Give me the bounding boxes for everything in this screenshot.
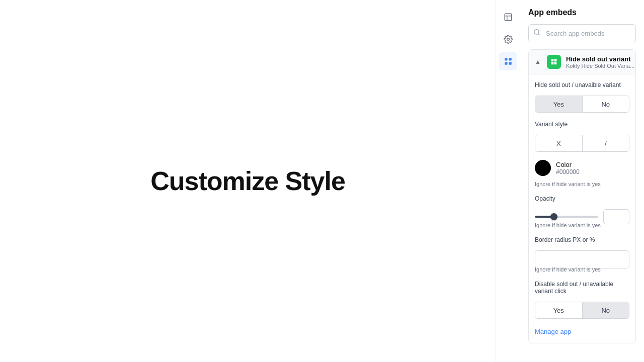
chevron-up-icon: ▲	[535, 58, 541, 65]
manage-app-link[interactable]: Manage app	[535, 328, 571, 335]
svg-rect-11	[554, 59, 557, 62]
panel-title: App embeds	[528, 8, 636, 17]
hide-variant-toggle-group: Yes No	[535, 96, 629, 113]
page-title: Customize Style	[150, 166, 345, 196]
border-radius-input[interactable]: 40px	[535, 250, 629, 268]
color-swatch[interactable]	[535, 160, 551, 176]
opacity-slider[interactable]	[535, 216, 598, 218]
svg-rect-6	[505, 62, 507, 65]
disable-click-yes-btn[interactable]: Yes	[535, 302, 582, 318]
border-radius-section: Border radius PX or % 40px Ignore if hid…	[535, 236, 629, 273]
hide-variant-section: Hide sold out / unavaible variant Yes No	[535, 81, 629, 113]
color-value: #000000	[556, 168, 580, 175]
embed-title: Hide sold out variant	[566, 55, 634, 63]
svg-rect-13	[554, 62, 557, 65]
right-panel: App embeds ▲	[496, 0, 644, 362]
sidebar-apps-btn[interactable]	[499, 52, 517, 70]
color-row: Color #000000	[535, 160, 629, 176]
embed-subtitle: Kokfy Hide Sold Out Varia...	[566, 63, 634, 69]
search-box	[528, 24, 636, 42]
embed-header[interactable]: ▲ Hide sold out variant Kokfy Hide Sold …	[529, 50, 635, 74]
border-radius-note: Ignore if hide variant is yes	[535, 266, 629, 273]
color-label: Color	[556, 161, 580, 168]
hide-variant-yes-btn[interactable]: Yes	[535, 96, 582, 112]
hide-variant-label: Hide sold out / unavaible variant	[535, 81, 629, 88]
sidebar-icons	[496, 0, 520, 362]
disable-click-toggle-group: Yes No	[535, 302, 629, 319]
opacity-note: Ignore if hide variant is yes	[535, 222, 629, 228]
embed-header-text: Hide sold out variant Kokfy Hide Sold Ou…	[566, 55, 634, 69]
app-icon	[547, 55, 561, 69]
svg-rect-7	[509, 62, 511, 65]
hide-variant-no-btn[interactable]: No	[582, 96, 629, 112]
variant-style-label: Variant style	[535, 121, 629, 128]
opacity-thumb	[550, 213, 557, 220]
svg-rect-0	[505, 14, 512, 21]
color-section: Color #000000 Ignore if hide variant is …	[535, 160, 629, 187]
variant-style-section: Variant style X /	[535, 121, 629, 152]
opacity-section: Opacity 0.3 Ignore if hide variant is ye…	[535, 195, 629, 228]
sidebar-settings-btn[interactable]	[499, 30, 517, 48]
svg-rect-12	[551, 62, 554, 65]
svg-rect-10	[551, 59, 554, 62]
color-info: Color #000000	[556, 161, 580, 175]
main-content: Customize Style	[0, 0, 496, 362]
manage-app-container: Manage app	[535, 327, 629, 336]
disable-click-section: Disable sold out / unavailable variant c…	[535, 281, 629, 319]
sidebar-layout-btn[interactable]	[499, 8, 517, 26]
svg-rect-5	[509, 58, 511, 60]
settings-icon	[504, 35, 513, 44]
variant-slash-btn[interactable]: /	[582, 135, 629, 151]
disable-click-no-btn[interactable]: No	[582, 302, 629, 318]
border-radius-label: Border radius PX or %	[535, 236, 629, 243]
svg-rect-4	[505, 58, 507, 60]
embed-body: Hide sold out / unavaible variant Yes No…	[529, 74, 635, 343]
search-input[interactable]	[528, 24, 636, 42]
apps-icon	[504, 57, 513, 66]
color-note: Ignore if hide variant is yes	[535, 181, 629, 187]
opacity-label: Opacity	[535, 195, 629, 202]
svg-point-3	[507, 38, 509, 41]
variant-style-toggle-group: X /	[535, 135, 629, 152]
layout-icon	[504, 13, 513, 22]
panel-content: App embeds ▲	[520, 0, 644, 362]
disable-click-label: Disable sold out / unavailable variant c…	[535, 281, 629, 295]
variant-x-btn[interactable]: X	[535, 135, 582, 151]
embed-item: ▲ Hide sold out variant Kokfy Hide Sold …	[528, 49, 636, 343]
